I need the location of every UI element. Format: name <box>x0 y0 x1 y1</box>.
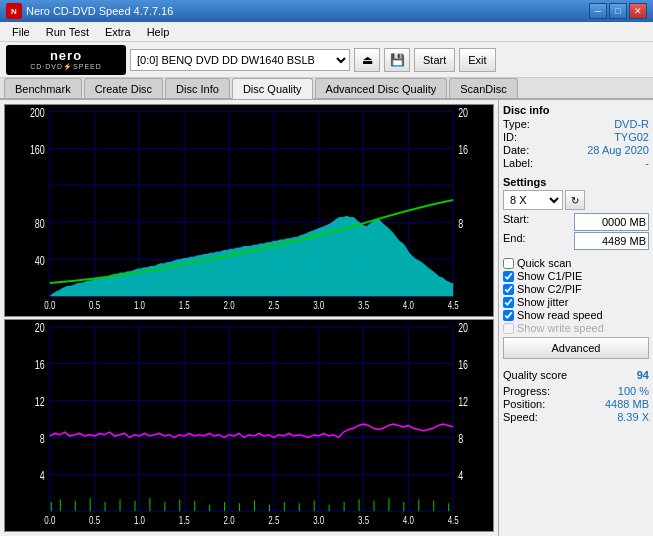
svg-text:2.0: 2.0 <box>224 515 235 526</box>
svg-rect-92 <box>359 499 360 511</box>
svg-text:3.0: 3.0 <box>313 515 324 526</box>
menu-file[interactable]: File <box>4 24 38 40</box>
speed-row: 8 X ↻ <box>503 190 649 210</box>
maximize-button[interactable]: □ <box>609 3 627 19</box>
chart1-svg: 200 160 80 40 20 16 8 0.0 0.5 1.0 1.5 2.… <box>5 105 493 316</box>
exit-button[interactable]: Exit <box>459 48 495 72</box>
start-input[interactable] <box>574 213 649 231</box>
refresh-button[interactable]: ↻ <box>565 190 585 210</box>
svg-text:4.5: 4.5 <box>448 300 459 311</box>
svg-rect-95 <box>403 502 404 511</box>
svg-rect-80 <box>179 499 180 511</box>
svg-text:4: 4 <box>40 468 45 482</box>
svg-rect-74 <box>90 498 91 511</box>
progress-section: Progress: 100 % Position: 4488 MB Speed:… <box>503 385 649 424</box>
disc-label-row: Label: - <box>503 157 649 169</box>
show-write-row: Show write speed <box>503 322 649 334</box>
disc-type-row: Type: DVD-R <box>503 118 649 130</box>
speed-label: Speed: <box>503 411 538 423</box>
quality-score-label: Quality score <box>503 369 567 381</box>
disc-label-label: Label: <box>503 157 533 169</box>
end-row: End: <box>503 232 649 250</box>
show-c2-row: Show C2/PIF <box>503 283 649 295</box>
position-value: 4488 MB <box>605 398 649 410</box>
show-c2-label: Show C2/PIF <box>517 283 582 295</box>
disc-id-row: ID: TYG02 <box>503 131 649 143</box>
svg-text:0.5: 0.5 <box>89 300 100 311</box>
svg-text:8: 8 <box>458 431 463 445</box>
start-row: Start: <box>503 213 649 231</box>
disc-date-row: Date: 28 Aug 2020 <box>503 144 649 156</box>
svg-rect-75 <box>105 502 106 511</box>
quality-score-row: Quality score 94 <box>503 369 649 381</box>
svg-rect-73 <box>75 501 76 512</box>
tab-benchmark[interactable]: Benchmark <box>4 78 82 98</box>
menu-run-test[interactable]: Run Test <box>38 24 97 40</box>
speed-select[interactable]: 8 X <box>503 190 563 210</box>
show-jitter-row: Show jitter <box>503 296 649 308</box>
svg-text:2.5: 2.5 <box>268 515 279 526</box>
show-jitter-checkbox[interactable] <box>503 297 514 308</box>
svg-rect-94 <box>388 498 389 511</box>
disc-id-label: ID: <box>503 131 517 143</box>
svg-text:4.0: 4.0 <box>403 515 414 526</box>
advanced-button[interactable]: Advanced <box>503 337 649 359</box>
end-label: End: <box>503 232 526 250</box>
disc-info-section: Disc info Type: DVD-R ID: TYG02 Date: 28… <box>503 104 649 170</box>
svg-rect-71 <box>51 502 52 511</box>
show-read-checkbox[interactable] <box>503 310 514 321</box>
svg-rect-79 <box>164 502 165 511</box>
minimize-button[interactable]: ─ <box>589 3 607 19</box>
svg-text:160: 160 <box>30 143 45 157</box>
speed-row-progress: Speed: 8.39 X <box>503 411 649 423</box>
show-write-label: Show write speed <box>517 322 604 334</box>
end-input[interactable] <box>574 232 649 250</box>
svg-text:1.0: 1.0 <box>134 515 145 526</box>
svg-rect-88 <box>299 503 300 511</box>
tab-advanced-disc-quality[interactable]: Advanced Disc Quality <box>315 78 448 98</box>
svg-rect-86 <box>269 505 270 512</box>
svg-rect-98 <box>448 503 449 511</box>
nero-logo: nero CD·DVD⚡SPEED <box>6 45 126 75</box>
tab-disc-info[interactable]: Disc Info <box>165 78 230 98</box>
start-button[interactable]: Start <box>414 48 455 72</box>
drive-select[interactable]: [0:0] BENQ DVD DD DW1640 BSLB <box>130 49 350 71</box>
svg-text:16: 16 <box>458 143 468 157</box>
start-label: Start: <box>503 213 529 231</box>
eject-button[interactable]: ⏏ <box>354 48 380 72</box>
right-panel: Disc info Type: DVD-R ID: TYG02 Date: 28… <box>498 100 653 536</box>
save-button[interactable]: 💾 <box>384 48 410 72</box>
close-button[interactable]: ✕ <box>629 3 647 19</box>
show-jitter-label: Show jitter <box>517 296 568 308</box>
svg-text:1.5: 1.5 <box>179 300 190 311</box>
tab-disc-quality[interactable]: Disc Quality <box>232 78 313 99</box>
svg-rect-34 <box>5 320 493 531</box>
show-c2-checkbox[interactable] <box>503 284 514 295</box>
svg-text:16: 16 <box>458 358 468 372</box>
quick-scan-row: Quick scan <box>503 257 649 269</box>
menu-help[interactable]: Help <box>139 24 178 40</box>
show-c1-checkbox[interactable] <box>503 271 514 282</box>
svg-text:2.5: 2.5 <box>268 300 279 311</box>
quick-scan-label: Quick scan <box>517 257 571 269</box>
quick-scan-checkbox[interactable] <box>503 258 514 269</box>
show-c1-row: Show C1/PIE <box>503 270 649 282</box>
svg-text:1.5: 1.5 <box>179 515 190 526</box>
progress-row: Progress: 100 % <box>503 385 649 397</box>
title-bar: N Nero CD-DVD Speed 4.7.7.16 ─ □ ✕ <box>0 0 653 22</box>
svg-rect-77 <box>134 501 135 512</box>
svg-text:16: 16 <box>35 358 45 372</box>
svg-rect-89 <box>314 501 315 512</box>
tab-scan-disc[interactable]: ScanDisc <box>449 78 517 98</box>
svg-text:3.5: 3.5 <box>358 300 369 311</box>
main-content: 200 160 80 40 20 16 8 0.0 0.5 1.0 1.5 2.… <box>0 100 653 536</box>
svg-rect-93 <box>373 501 374 512</box>
svg-rect-91 <box>344 502 345 511</box>
disc-type-label: Type: <box>503 118 530 130</box>
show-c1-label: Show C1/PIE <box>517 270 582 282</box>
svg-text:20: 20 <box>35 321 45 335</box>
tabs: Benchmark Create Disc Disc Info Disc Qua… <box>0 78 653 100</box>
svg-rect-83 <box>224 502 225 511</box>
menu-extra[interactable]: Extra <box>97 24 139 40</box>
tab-create-disc[interactable]: Create Disc <box>84 78 163 98</box>
